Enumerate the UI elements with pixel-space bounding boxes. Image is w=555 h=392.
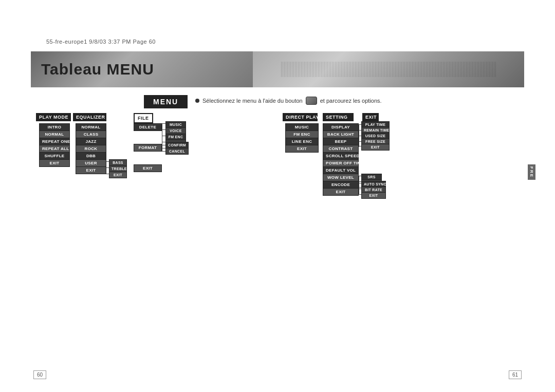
main-content: MENU Sélectionnez le menu à l'aide du bo… [31,95,524,351]
menu-label: MENU [144,95,188,108]
dp-fm-enc: FM ENC [285,130,319,138]
dp-exit: EXIT [285,145,319,153]
page-number-left: 60 [33,370,46,379]
play-mode-repeat-all: REPEAT ALL [39,145,70,153]
setting-backlight: BACK LIGHT [323,130,359,138]
encode-exit: EXIT [361,192,386,199]
setting-wow-level: WOW LEVEL [323,174,359,181]
diagram: PLAY MODE INTRO NORMAL REPEAT ONE REPEAT… [31,113,524,351]
play-mode-header: PLAY MODE [36,113,71,121]
eq-normal: NORMAL [76,123,106,131]
setting-default-vol: DEFAULT VOL [323,166,359,174]
setting-encode: ENCODE [323,181,359,189]
setting-header: SETTING [323,113,354,121]
eq-dbb: DBB [76,152,106,160]
header-title: Tableau MENU [41,61,154,78]
menu-desc-text: Sélectionnez le menu à l'aide du bouton [202,98,303,104]
file-header: FILE [134,113,153,123]
eq-exit: EXIT [76,166,106,174]
setting-power-off: POWER OFF TIME [323,159,359,167]
dp-line-enc: LINE ENC [285,138,319,145]
setting-contrast: CONTRAST [323,145,359,153]
setting-display: DISPLAY [323,123,359,131]
play-mode-shuffle: SHUFFLE [39,152,70,160]
menu-desc-text2: et parcourez les options. [320,98,382,104]
bullet-icon [195,99,199,103]
format-cancel: CANCEL [165,148,189,155]
display-exit: EXIT [361,144,390,151]
eq-rock: ROCK [76,145,106,153]
header-banner: Tableau MENU [31,51,524,87]
play-mode-normal: NORMAL [39,130,70,138]
play-mode-intro: INTRO [39,123,70,131]
exit-main-header: EXIT [362,113,379,121]
user-exit: EXIT [109,172,127,178]
setting-beep: BEEP [323,138,359,145]
header-left: Tableau MENU [31,51,253,87]
menu-description: Sélectionnez le menu à l'aide du bouton … [195,97,382,105]
play-mode-exit: EXIT [39,159,70,167]
equalizer-header: EQUALIZER [73,113,106,121]
play-mode-repeat-one: REPEAT ONE [39,138,70,145]
header-right [253,51,524,87]
dp-music: MUSIC [285,123,319,131]
eq-user: USER [76,159,106,167]
eq-class: CLASS [76,130,106,138]
eq-jazz: JAZZ [76,138,106,145]
setting-exit: EXIT [323,188,359,196]
nav-button-icon [306,97,317,105]
file-exit: EXIT [134,164,162,172]
direct-play-header: DIRECT PLAY [283,113,318,121]
file-info: 55-fre-europe1 9/8/03 3:37 PM Page 60 [46,39,156,45]
setting-scroll-speed: SCROLL SPEED [323,152,359,160]
fre-tab: FRE [528,164,535,180]
page-number-right: 61 [509,370,522,379]
